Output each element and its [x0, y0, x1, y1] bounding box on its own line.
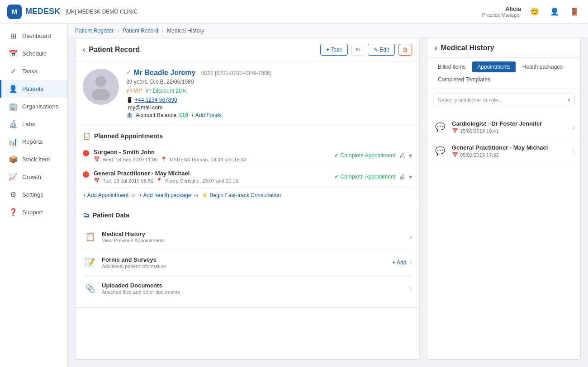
patient-email: my@mail.com: [126, 104, 412, 111]
patients-icon: 👤: [9, 85, 18, 93]
print-icon-0[interactable]: 🖨: [399, 152, 405, 159]
history-item-icon-0: 💬: [433, 120, 447, 134]
breadcrumb-sep2: ›: [162, 28, 164, 34]
appt-info-0: Surgeon - Smith John 📅 Wed, 18 Sep 2019 …: [94, 149, 247, 162]
tab-completed-templates[interactable]: Completed Templates: [433, 74, 495, 85]
gender-icon: ♂: [126, 69, 132, 76]
more-icon-1[interactable]: ▾: [409, 173, 412, 180]
content-area: ‹ Patient Record + Task ↻ ✎ Edit 🗑: [68, 38, 588, 367]
appt-meta-1: 📅 Tue, 23 Jul 2019 08:50 📍 Keerp Christi…: [94, 178, 238, 184]
phone-link[interactable]: +44 1234 567890: [135, 97, 177, 103]
history-item-date-0: 📅 15/09/2019 10:41: [452, 128, 573, 134]
history-item-date-1: 📅 05/02/2019 17:32: [452, 152, 573, 158]
notifications-icon[interactable]: 😊: [528, 5, 541, 18]
data-item-uploaded-docs[interactable]: 📎 Uploaded Documents Attached files and …: [83, 276, 412, 301]
history-chevron-1: ›: [573, 147, 575, 155]
patient-panel: ‹ Patient Record + Task ↻ ✎ Edit 🗑: [75, 38, 420, 360]
data-item-medical-history[interactable]: 📋 Medical History View Previous Appointm…: [83, 224, 412, 250]
users-icon[interactable]: 👤: [548, 5, 561, 18]
main-content: Patient Register › Patient Record › Medi…: [68, 24, 588, 367]
labs-icon: 🔬: [9, 120, 18, 128]
print-icon-1[interactable]: 🖨: [399, 173, 405, 180]
support-icon: ❓: [9, 208, 18, 216]
appointment-item-1: General Practitioner - May Michael 📅 Tue…: [83, 166, 412, 188]
sync-button[interactable]: ↻: [351, 44, 364, 56]
sidebar-item-support[interactable]: ❓ Support: [0, 203, 67, 221]
sidebar-item-tasks[interactable]: ✓ Tasks: [0, 62, 67, 80]
growth-icon: 📈: [9, 173, 18, 181]
topnav-left: M MEDESK [UK] MEDESK DEMO CLINIC: [7, 5, 138, 19]
appt-name-0: Surgeon - Smith John: [94, 149, 247, 155]
uploaded-docs-subtitle: Attached files and other documents: [102, 289, 410, 295]
appt-date-1: Tue, 23 Jul 2019 08:50: [103, 178, 153, 184]
panel-actions: + Task ↻ ✎ Edit 🗑: [320, 44, 412, 56]
patient-data-title: 🗂 Patient Data: [83, 212, 412, 219]
uploaded-docs-chevron: ›: [410, 285, 412, 292]
history-back-symbol[interactable]: ‹: [435, 44, 437, 52]
appointments-section-icon: 📋: [83, 132, 90, 140]
sidebar-item-label: Schedule: [22, 50, 47, 57]
appt-location-1: Keerp Christine, 23.07 amt 10:16: [165, 178, 238, 184]
forms-surveys-subtitle: Additional patient information: [102, 263, 392, 269]
uploaded-docs-title: Uploaded Documents: [102, 282, 410, 289]
sidebar-item-labs[interactable]: 🔬 Labs: [0, 115, 67, 133]
data-item-forms-surveys[interactable]: 📝 Forms and Surveys Additional patient i…: [83, 250, 412, 276]
delete-button[interactable]: 🗑: [398, 44, 412, 56]
tab-health-packages[interactable]: Health packages: [517, 61, 568, 72]
appt-info-1: General Practitioner - May Michael 📅 Tue…: [94, 170, 238, 184]
sidebar-item-label: Organisations: [22, 103, 58, 110]
begin-consultation-link[interactable]: ⚡ Begin Fast-track Consultation: [201, 192, 281, 198]
organisations-icon: 🏢: [9, 102, 18, 111]
tasks-icon: ✓: [9, 67, 18, 75]
account-balance-icon: 🏦: [126, 112, 133, 118]
avatar: [83, 69, 119, 105]
user-role: Practice Manager: [482, 12, 521, 18]
sidebar-item-schedule[interactable]: 📅 Schedule: [0, 45, 67, 62]
edit-button[interactable]: ✎ Edit: [368, 44, 395, 56]
user-info: Alicia Practice Manager: [482, 5, 521, 18]
appt-meta-0: 📅 Wed, 18 Sep 2019 11:00 📍 MEDESK Roman,…: [94, 156, 247, 162]
logo-icon: M: [7, 5, 22, 19]
appt-location-0: MEDESK Roman, 18.09 pmt 16:42: [170, 157, 247, 162]
task-button[interactable]: + Task: [320, 44, 348, 56]
sidebar: ⊞ Dashboard 📅 Schedule ✓ Tasks 👤 Patient…: [0, 24, 68, 367]
email-value: my@mail.com: [128, 104, 162, 111]
sidebar-item-settings[interactable]: ⚙ Settings: [0, 186, 67, 203]
history-cal-icon-1: 📅: [452, 152, 458, 158]
appt-left-0: Surgeon - Smith John 📅 Wed, 18 Sep 2019 …: [83, 149, 247, 162]
more-icon-0[interactable]: ▾: [409, 152, 412, 159]
add-funds-button[interactable]: + Add Funds: [191, 112, 222, 118]
sidebar-item-stock-item[interactable]: 📦 Stock Item: [0, 151, 67, 168]
history-cal-icon-0: 📅: [452, 128, 458, 134]
add-appointment-link[interactable]: + Add Appointment: [83, 192, 128, 198]
medical-history-panel: ‹ Medical History Billed items Appointme…: [427, 38, 581, 360]
sidebar-item-dashboard[interactable]: ⊞ Dashboard: [0, 27, 67, 45]
patient-age-dob: 39 years, D.o.B. 22/06/1980: [126, 79, 412, 85]
breadcrumb-sep1: ›: [117, 28, 119, 34]
history-item-1[interactable]: 💬 General Practitioner - May Michael 📅 0…: [427, 139, 580, 163]
topnav: M MEDESK [UK] MEDESK DEMO CLINIC Alicia …: [0, 0, 588, 24]
breadcrumb-patient-record[interactable]: Patient Record: [123, 28, 158, 34]
breadcrumb-patient-register[interactable]: Patient Register: [75, 28, 114, 34]
breadcrumb: Patient Register › Patient Record › Medi…: [68, 24, 588, 38]
complete-appt-button-0[interactable]: ✔ Complete Appointment: [334, 152, 395, 159]
practitioner-dropdown[interactable]: Select practitioner or role...: [433, 94, 575, 107]
forms-add-button[interactable]: + Add: [392, 259, 406, 266]
medical-history-subtitle: View Previous Appointments: [102, 238, 410, 243]
sidebar-item-patients[interactable]: 👤 Patients: [0, 80, 67, 98]
sidebar-item-organisations[interactable]: 🏢 Organisations: [0, 98, 67, 115]
reports-icon: 📊: [9, 137, 18, 146]
complete-appt-button-1[interactable]: ✔ Complete Appointment: [334, 174, 395, 180]
logout-icon[interactable]: 🚪: [568, 5, 581, 18]
back-button[interactable]: ‹: [83, 46, 85, 54]
breadcrumb-current: Medical History: [167, 28, 204, 34]
tab-appointments[interactable]: Appointments: [472, 61, 515, 72]
tag-discount: 🏷 Discount 20%: [146, 88, 186, 94]
logo[interactable]: M MEDESK: [7, 5, 60, 19]
history-item-0[interactable]: 💬 Cardiologist - Dr Foster Jennifer 📅 15…: [427, 115, 580, 139]
sidebar-item-reports[interactable]: 📊 Reports: [0, 133, 67, 151]
sidebar-item-growth[interactable]: 📈 Growth: [0, 168, 67, 186]
add-health-package-link[interactable]: + Add health package: [139, 192, 191, 198]
tab-billed-items[interactable]: Billed items: [433, 61, 470, 72]
sidebar-item-label: Stock Item: [22, 156, 50, 163]
